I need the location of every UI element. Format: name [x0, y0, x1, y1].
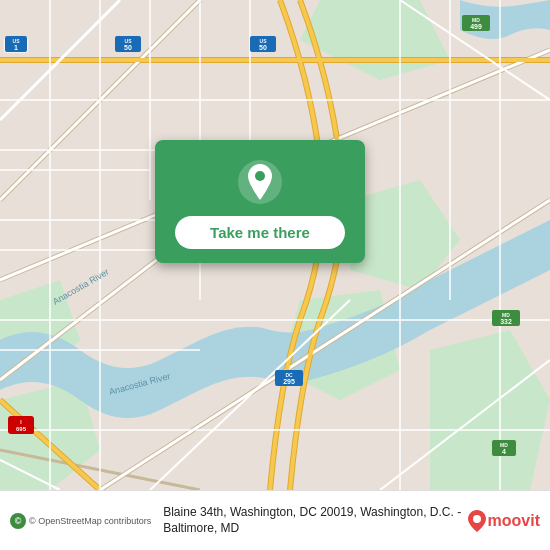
- navigation-card: Take me there: [155, 140, 365, 263]
- svg-text:1: 1: [14, 44, 18, 51]
- map-container: US 1 US 1 US 50 US 50 DC 295 DC 295 MD 4…: [0, 0, 550, 490]
- svg-point-77: [255, 171, 265, 181]
- location-pin-icon: [236, 158, 284, 206]
- svg-text:50: 50: [259, 44, 267, 51]
- moovit-pin-icon: [468, 510, 486, 532]
- svg-text:295: 295: [283, 378, 295, 385]
- moovit-text: moovit: [488, 512, 540, 530]
- svg-point-78: [473, 515, 481, 523]
- svg-text:50: 50: [124, 44, 132, 51]
- svg-text:4: 4: [502, 448, 506, 455]
- address-text: Blaine 34th, Washington, DC 20019, Washi…: [163, 505, 461, 536]
- osm-text: © OpenStreetMap contributors: [29, 516, 151, 526]
- moovit-logo: moovit: [468, 510, 540, 532]
- svg-text:499: 499: [470, 23, 482, 30]
- osm-attribution: © © OpenStreetMap contributors: [10, 513, 151, 529]
- svg-text:695: 695: [16, 426, 27, 432]
- osm-icon: ©: [10, 513, 26, 529]
- svg-text:332: 332: [500, 318, 512, 325]
- bottom-bar: © © OpenStreetMap contributors Blaine 34…: [0, 490, 550, 550]
- take-me-there-button[interactable]: Take me there: [175, 216, 345, 249]
